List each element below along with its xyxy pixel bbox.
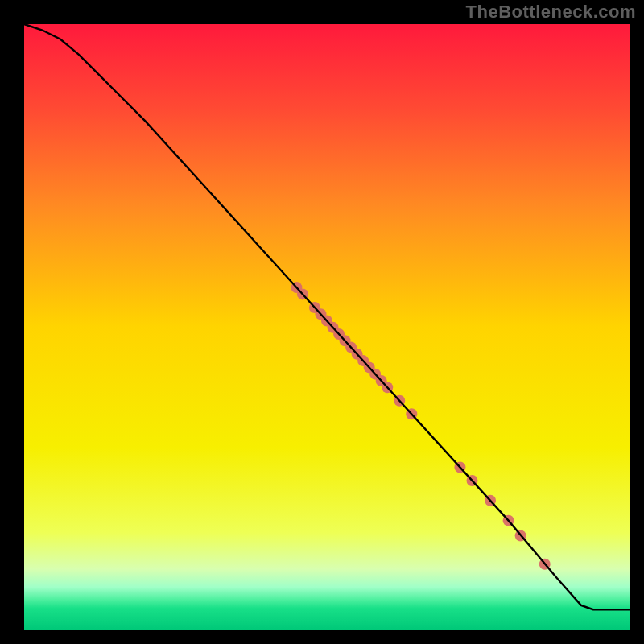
plot-background [24, 24, 630, 630]
chart-frame: TheBottleneck.com [0, 0, 644, 644]
watermark-label: TheBottleneck.com [466, 2, 636, 23]
chart-canvas [0, 0, 644, 644]
